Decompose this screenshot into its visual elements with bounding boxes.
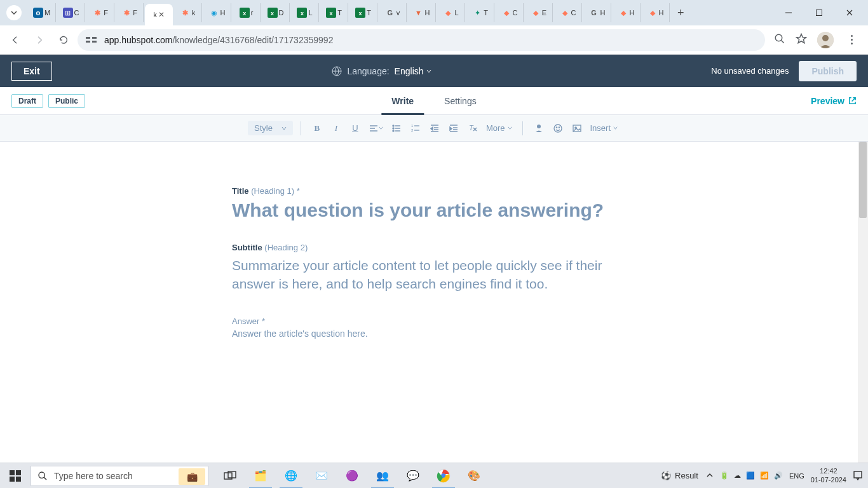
indent-button[interactable]	[445, 120, 462, 137]
edge-icon[interactable]: 🌐	[276, 463, 306, 489]
more-button[interactable]: More	[484, 120, 515, 137]
clock[interactable]: 12:42 01-07-2024	[811, 467, 846, 484]
editor-toolbar: Style B I U 12 T More Insert	[0, 115, 868, 142]
chrome-icon[interactable]	[428, 463, 459, 489]
browser-tab[interactable]: oM	[28, 3, 56, 22]
exit-button[interactable]: Exit	[11, 62, 52, 81]
browser-tab[interactable]: ✱k	[174, 3, 202, 22]
zoom-icon[interactable]	[774, 33, 785, 47]
svg-point-14	[393, 125, 394, 126]
status-badge-draft[interactable]: Draft	[11, 94, 43, 108]
publish-button[interactable]: Publish	[799, 61, 857, 81]
chevron-down-icon	[281, 126, 287, 131]
reload-button[interactable]	[53, 30, 74, 50]
answer-input[interactable]: Answer the article's question here.	[232, 329, 677, 339]
browser-tab[interactable]: xD	[262, 3, 290, 22]
battery-icon[interactable]: 🔋	[720, 471, 729, 480]
tab-letter: L	[454, 9, 458, 17]
mail-icon[interactable]: ✉️	[306, 463, 337, 489]
style-dropdown[interactable]: Style	[248, 121, 293, 135]
tab-letter: C	[571, 9, 576, 17]
browser-tab[interactable]: ◆C	[496, 3, 524, 22]
tab-settings[interactable]: Settings	[442, 87, 479, 114]
browser-tab[interactable]: ▼H	[408, 3, 436, 22]
notifications-icon[interactable]	[853, 470, 863, 482]
site-info-icon[interactable]	[85, 34, 98, 46]
explorer-icon[interactable]: 🗂️	[245, 463, 276, 489]
personalize-button[interactable]	[531, 120, 547, 137]
language-select[interactable]: English	[395, 66, 431, 76]
language-indicator[interactable]: ENG	[789, 472, 804, 480]
close-icon[interactable]: ✕	[158, 10, 165, 19]
taskbar-search[interactable]: Type here to search 💼	[31, 466, 208, 486]
subtitle-input[interactable]: Summarize your article content to let pe…	[232, 256, 626, 294]
browser-tab[interactable]: xL	[291, 3, 319, 22]
vertical-scrollbar[interactable]	[858, 142, 868, 463]
wifi-icon[interactable]: 📶	[760, 471, 769, 480]
browser-tab[interactable]: xT	[349, 3, 377, 22]
tabs-overflow-button[interactable]	[6, 5, 22, 20]
start-button[interactable]	[0, 463, 31, 489]
status-badge-public[interactable]: Public	[48, 94, 85, 108]
whatsapp-icon[interactable]: 💬	[398, 463, 428, 489]
browser-tab[interactable]: ◆H	[642, 3, 670, 22]
italic-button[interactable]: I	[328, 120, 344, 137]
copilot-icon[interactable]: 🟣	[337, 463, 367, 489]
teams-icon[interactable]: 👥	[367, 463, 398, 489]
hubspot-icon: ✱	[180, 8, 191, 18]
bullet-list-button[interactable]	[388, 120, 405, 137]
emoji-button[interactable]	[550, 120, 566, 137]
window-minimize-button[interactable]	[774, 3, 803, 22]
outdent-button[interactable]	[426, 120, 443, 137]
insert-button[interactable]: Insert	[588, 120, 621, 137]
underline-button[interactable]: U	[347, 120, 363, 137]
scrollbar-thumb[interactable]	[859, 142, 867, 218]
separator	[522, 121, 523, 135]
browser-tab[interactable]: xr	[233, 3, 261, 22]
browser-tab[interactable]: ✦T	[466, 3, 494, 22]
preview-link[interactable]: Preview	[811, 96, 857, 106]
browser-tab[interactable]: ◆H	[613, 3, 641, 22]
subtitle-hint: (Heading 2)	[264, 243, 308, 252]
profile-avatar[interactable]	[817, 32, 834, 48]
align-button[interactable]	[366, 120, 386, 137]
svg-line-46	[44, 477, 46, 480]
tab-write[interactable]: Write	[389, 87, 416, 114]
browser-menu-button[interactable]	[844, 35, 859, 44]
browser-tab[interactable]: ◉H	[203, 3, 231, 22]
onedrive-icon[interactable]: ☁	[734, 471, 741, 480]
browser-tab[interactable]: ✱F	[86, 3, 114, 22]
browser-tab[interactable]: ◆E	[525, 3, 553, 22]
new-tab-button[interactable]: +	[671, 6, 691, 20]
paint-icon[interactable]: 🎨	[459, 463, 489, 489]
browser-tab[interactable]: ⊞C	[57, 3, 85, 22]
tray-app-icon[interactable]: 🟦	[746, 471, 755, 480]
clear-format-button[interactable]: T	[465, 120, 481, 137]
bold-button[interactable]: B	[309, 120, 325, 137]
svg-rect-44	[16, 477, 21, 482]
tab-letter: C	[74, 9, 79, 17]
tray-expand-icon[interactable]	[705, 470, 715, 482]
forward-button[interactable]	[29, 30, 50, 50]
browser-tab[interactable]: xT	[320, 3, 348, 22]
image-button[interactable]	[569, 120, 585, 137]
tray-result[interactable]: ⚽ Result	[661, 471, 698, 480]
browser-tab[interactable]: Gv	[379, 3, 407, 22]
style-label: Style	[254, 123, 273, 133]
browser-tab-active[interactable]: k ✕	[145, 4, 173, 25]
answer-field-label: Answer *	[232, 316, 677, 326]
browser-tab[interactable]: ◆L	[437, 3, 465, 22]
address-bar[interactable]: app.hubspot.com/knowledge/4316768/edit/1…	[78, 29, 765, 51]
window-maximize-button[interactable]	[804, 3, 834, 22]
browser-tab[interactable]: GH	[583, 3, 611, 22]
title-hint: (Heading 1)	[251, 186, 294, 196]
window-close-button[interactable]	[835, 3, 864, 22]
task-view-button[interactable]	[215, 463, 245, 489]
number-list-button[interactable]: 12	[407, 120, 424, 137]
volume-icon[interactable]: 🔊	[774, 471, 783, 480]
browser-tab[interactable]: ◆C	[554, 3, 582, 22]
title-input[interactable]: What question is your article answering?	[232, 200, 677, 221]
browser-tab[interactable]: ✱F	[116, 3, 144, 22]
back-button[interactable]	[5, 30, 25, 50]
bookmark-icon[interactable]	[796, 33, 807, 47]
